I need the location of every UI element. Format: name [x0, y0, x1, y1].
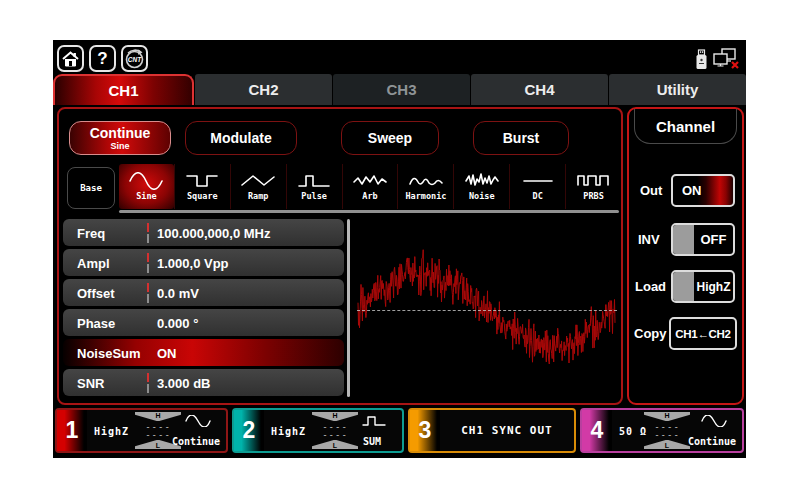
param-row-offset[interactable]: Offset 0.0 mV	[63, 279, 344, 306]
counter-button[interactable]: CNT	[121, 45, 148, 72]
parameter-scrollbar[interactable]	[347, 219, 350, 397]
burst-mode-button[interactable]: Burst	[473, 121, 569, 155]
signal-generator-screen: ? CNT CH1 CH2 CH3 CH4 Utili	[53, 40, 746, 458]
status-channel-2[interactable]: 2 HighZ H ---- ---- L SUM	[232, 408, 404, 453]
copy-channel-button[interactable]: CH1←CH2	[669, 317, 737, 350]
param-row-freq[interactable]: Freq 100.000,000,0 MHz	[63, 219, 344, 246]
wave-item-arb[interactable]: Arb	[342, 164, 398, 209]
arb-wave-icon	[352, 172, 388, 190]
channel-tab-bar: CH1 CH2 CH3 CH4 Utility	[53, 74, 746, 105]
load-label: Load	[635, 279, 666, 294]
status-channel-4[interactable]: 4 50 Ω H ---- ---- L Continue	[580, 408, 744, 453]
ch1-main-panel: Continue Sine Modulate Sweep Burst Base …	[57, 107, 623, 405]
home-button[interactable]	[57, 45, 84, 72]
high-low-limit-indicator: H ---- ---- L	[644, 412, 690, 449]
load-toggle[interactable]: HighZ	[671, 270, 735, 303]
sine-mode-icon	[180, 415, 216, 429]
noise-wave-icon	[464, 172, 500, 190]
tab-ch3[interactable]: CH3	[333, 74, 470, 105]
wave-item-pulse[interactable]: Pulse	[286, 164, 342, 209]
channel-number: 1	[57, 410, 87, 451]
channel-number: 3	[410, 410, 440, 451]
harmonic-wave-icon	[408, 172, 444, 190]
high-low-limit-indicator: H ---- ---- L	[135, 412, 181, 449]
continue-mode-button[interactable]: Continue Sine	[69, 121, 171, 155]
square-wave-icon	[184, 172, 220, 190]
channel-number: 4	[582, 410, 612, 451]
divider-tick	[147, 283, 149, 292]
sine-mode-icon	[696, 415, 732, 429]
tab-ch2[interactable]: CH2	[195, 74, 332, 105]
sine-wave-icon	[128, 172, 164, 190]
divider-tick	[147, 253, 149, 262]
high-low-limit-indicator: H ---- ---- L	[312, 412, 358, 449]
ramp-wave-icon-item[interactable]: Ramp	[230, 164, 286, 209]
wave-item-prbs[interactable]: PRBS	[565, 164, 621, 209]
wave-item-square[interactable]: Square	[174, 164, 230, 209]
status-indicators	[695, 48, 740, 70]
channel-side-panel: Channel Out ON INV OFF Load HighZ Copy C…	[627, 107, 744, 405]
wave-item-dc[interactable]: DC	[509, 164, 565, 209]
param-row-snr[interactable]: SNR 3.000 dB	[63, 369, 344, 396]
wave-item-harmonic[interactable]: Harmonic	[397, 164, 453, 209]
base-wave-button[interactable]: Base	[67, 167, 115, 209]
wave-selector-scrollbar[interactable]	[119, 210, 619, 213]
lan-disconnected-icon	[713, 48, 740, 70]
divider-tick	[147, 294, 149, 303]
zero-level-line	[357, 310, 617, 311]
home-icon	[62, 51, 79, 67]
counter-icon: CNT	[123, 47, 146, 70]
wave-item-sine[interactable]: Sine	[119, 164, 174, 209]
channel-number: 2	[234, 410, 264, 451]
mode-text: Continue	[686, 436, 738, 447]
ramp-wave-icon	[240, 172, 276, 190]
divider-tick	[147, 384, 149, 393]
continue-sublabel: Sine	[110, 142, 129, 151]
inv-label: INV	[638, 232, 660, 247]
wave-type-selector: Sine Square Ramp Pulse Arb Harmonic	[119, 164, 621, 209]
usb-icon	[695, 49, 708, 70]
copy-label: Copy	[634, 326, 667, 341]
invert-toggle[interactable]: OFF	[671, 223, 735, 256]
noisy-sine-waveform	[354, 219, 620, 397]
divider-tick	[147, 223, 149, 232]
parameter-list: Freq 100.000,000,0 MHz Ampl 1.000,0 Vpp …	[63, 219, 344, 399]
param-row-phase[interactable]: Phase 0.000 °	[63, 309, 344, 336]
continue-label: Continue	[90, 126, 151, 140]
param-row-noisesum[interactable]: NoiseSum ON	[63, 339, 344, 366]
sync-out-text: CH1 SYNC OUT	[440, 410, 574, 451]
param-row-ampl[interactable]: Ampl 1.000,0 Vpp	[63, 249, 344, 276]
output-toggle[interactable]: ON	[671, 174, 735, 207]
waveform-preview	[354, 219, 620, 397]
modulate-mode-button[interactable]: Modulate	[185, 121, 297, 155]
wave-item-noise[interactable]: Noise	[453, 164, 509, 209]
status-channel-3[interactable]: 3 CH1 SYNC OUT	[408, 408, 576, 453]
load-value: HighZ	[271, 425, 306, 436]
help-button[interactable]: ?	[89, 45, 116, 72]
svg-text:CNT: CNT	[128, 56, 142, 63]
dc-wave-icon	[520, 172, 556, 190]
tab-utility[interactable]: Utility	[609, 74, 746, 105]
sweep-mode-button[interactable]: Sweep	[341, 121, 439, 155]
tab-ch4[interactable]: CH4	[471, 74, 608, 105]
pulse-mode-icon	[356, 415, 392, 429]
divider-tick	[147, 234, 149, 243]
toggle-slider	[673, 272, 694, 301]
divider-tick	[147, 264, 149, 273]
load-value: 50 Ω	[619, 425, 647, 436]
divider-tick	[147, 373, 149, 382]
channel-panel-title: Channel	[634, 109, 737, 144]
toggle-slider	[673, 225, 694, 254]
out-label: Out	[640, 183, 662, 198]
tab-ch1[interactable]: CH1	[53, 74, 194, 105]
status-channel-1[interactable]: 1 HighZ H ---- ---- L Continue	[55, 408, 228, 453]
pulse-wave-icon	[296, 172, 332, 190]
prbs-wave-icon	[576, 172, 612, 190]
load-value: HighZ	[94, 425, 129, 436]
